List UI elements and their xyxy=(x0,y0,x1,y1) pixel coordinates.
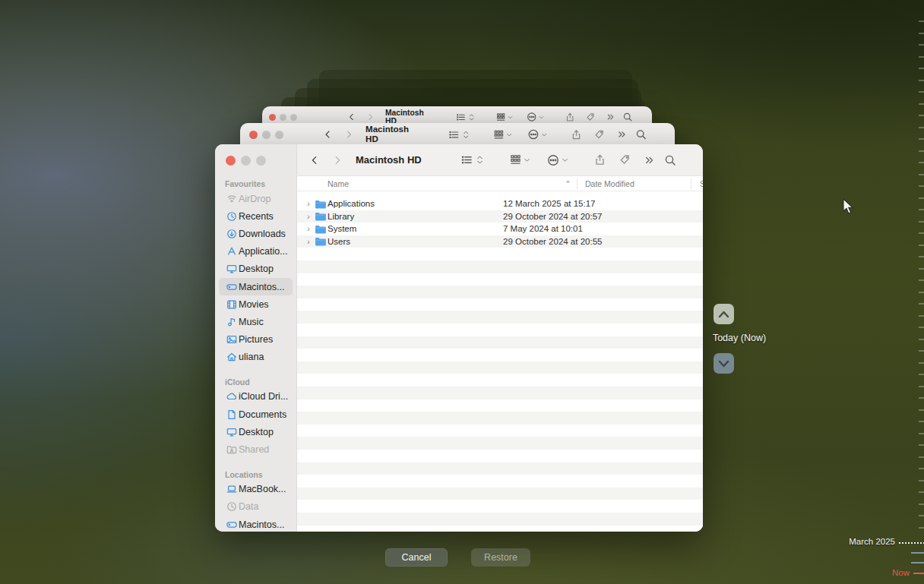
sidebar-item-movies[interactable]: Movies xyxy=(219,295,293,313)
sidebar-item-desktop[interactable]: Desktop xyxy=(219,423,293,440)
timeline-tick[interactable] xyxy=(919,374,924,375)
timeline-tick[interactable] xyxy=(919,245,924,246)
share-icon[interactable] xyxy=(571,129,582,140)
file-row-applications[interactable]: ›Applications12 March 2025 at 15:17--Fol… xyxy=(297,197,703,210)
more-options-icon[interactable] xyxy=(547,154,559,166)
timeline-tick[interactable] xyxy=(919,33,924,34)
toolbar-overflow-icon[interactable] xyxy=(644,155,655,166)
list-view-icon[interactable] xyxy=(461,154,473,166)
timeline-tick[interactable] xyxy=(919,292,924,293)
timeline-tick[interactable] xyxy=(919,21,924,22)
sidebar-item-documents[interactable]: Documents xyxy=(219,406,293,423)
timeline-tick[interactable] xyxy=(911,562,924,563)
list-view-icon[interactable] xyxy=(456,112,465,122)
close-button[interactable] xyxy=(269,114,276,121)
finder-window-front[interactable]: FavouritesAirDropRecentsDownloadsApplica… xyxy=(215,144,703,532)
column-divider[interactable] xyxy=(691,178,691,189)
sort-control-icon[interactable] xyxy=(468,112,475,122)
share-icon[interactable] xyxy=(594,154,606,166)
timeline-tick[interactable] xyxy=(919,515,924,516)
timeline-tick[interactable] xyxy=(919,480,924,481)
close-button[interactable] xyxy=(249,131,258,139)
share-icon[interactable] xyxy=(565,112,574,122)
sidebar-item-pictures[interactable]: Pictures xyxy=(219,331,293,349)
toolbar-overflow-icon[interactable] xyxy=(606,112,615,121)
group-view-icon[interactable] xyxy=(493,129,504,140)
timeline-tick[interactable] xyxy=(919,209,924,210)
cancel-button[interactable]: Cancel xyxy=(385,548,448,567)
more-options-icon[interactable] xyxy=(527,112,536,122)
search-icon[interactable] xyxy=(635,129,647,140)
timeline-tick[interactable] xyxy=(919,268,924,270)
column-divider[interactable] xyxy=(577,178,578,189)
search-icon[interactable] xyxy=(622,112,632,122)
timeline-tick[interactable] xyxy=(919,80,924,81)
tag-icon[interactable] xyxy=(594,129,605,140)
timeline-tick[interactable] xyxy=(919,197,924,199)
sort-control-icon[interactable] xyxy=(476,154,484,166)
chevron-down-icon[interactable] xyxy=(508,114,513,119)
minimize-button[interactable] xyxy=(280,114,286,121)
tag-icon[interactable] xyxy=(619,154,631,166)
timeline-tick[interactable] xyxy=(919,150,924,152)
file-row-system[interactable]: ›System7 May 2024 at 10:01--Folder xyxy=(297,223,703,235)
group-view-icon[interactable] xyxy=(496,112,505,122)
timeline-tick[interactable] xyxy=(919,115,924,116)
sidebar-item-desktop[interactable]: Desktop xyxy=(219,260,293,278)
timeline-tick[interactable] xyxy=(919,350,924,352)
timeline-tick[interactable] xyxy=(919,527,924,529)
sidebar-item-music[interactable]: Music xyxy=(219,313,293,330)
timeline-tick[interactable] xyxy=(919,221,924,223)
chevron-down-icon[interactable] xyxy=(539,114,544,119)
timeline-tick[interactable] xyxy=(919,327,924,328)
forward-button[interactable] xyxy=(344,130,354,140)
close-button[interactable] xyxy=(226,156,236,166)
list-view-icon[interactable] xyxy=(449,129,460,140)
chevron-down-icon[interactable] xyxy=(506,131,512,137)
column-header-size[interactable]: Size xyxy=(700,176,703,191)
minimize-button[interactable] xyxy=(262,131,271,139)
timeline-tick-now[interactable] xyxy=(913,573,924,574)
timeline-tick[interactable] xyxy=(919,386,924,387)
timeline-tick[interactable] xyxy=(919,279,924,281)
zoom-button[interactable] xyxy=(275,131,283,139)
timeline-tick[interactable] xyxy=(911,552,924,554)
chevron-down-icon[interactable] xyxy=(562,156,568,163)
forward-button[interactable] xyxy=(332,155,343,166)
timeline-tick[interactable] xyxy=(919,232,924,234)
file-row-library[interactable]: ›Library29 October 2024 at 20:57--Folder xyxy=(297,210,703,223)
timeline-tick[interactable] xyxy=(919,162,924,163)
timeline-tick[interactable] xyxy=(919,444,924,446)
timeline-tick[interactable] xyxy=(919,421,924,422)
sidebar-item-applicatio[interactable]: Applicatio... xyxy=(219,243,293,260)
disclosure-triangle-icon[interactable]: › xyxy=(307,199,310,208)
timeline-tick[interactable] xyxy=(919,185,924,187)
timeline-tick[interactable] xyxy=(919,433,924,434)
timeline-tick[interactable] xyxy=(919,91,924,93)
timeline-tick[interactable] xyxy=(919,103,924,105)
search-icon[interactable] xyxy=(664,154,676,166)
sidebar-item-macbook[interactable]: MacBook... xyxy=(219,481,293,498)
timeline-back-button[interactable] xyxy=(714,304,734,324)
zoom-button[interactable] xyxy=(256,156,266,166)
restore-button[interactable]: Restore xyxy=(471,548,530,567)
timeline-tick[interactable] xyxy=(919,456,924,458)
timeline-forward-button[interactable] xyxy=(714,353,734,374)
disclosure-triangle-icon[interactable]: › xyxy=(307,224,310,233)
timeline-tick[interactable] xyxy=(919,174,924,175)
sidebar-item-data[interactable]: Data xyxy=(219,498,293,516)
chevron-down-icon[interactable] xyxy=(541,131,547,137)
timeline-tick[interactable] xyxy=(919,397,924,399)
file-row-users[interactable]: ›Users29 October 2024 at 20:55--Folder xyxy=(297,235,703,248)
timeline-tick[interactable] xyxy=(919,468,924,469)
timeline-tick[interactable] xyxy=(919,44,924,46)
timeline-tick[interactable] xyxy=(919,504,924,505)
timeline-tick[interactable] xyxy=(919,315,924,317)
sidebar-item-macintos[interactable]: Macintos... xyxy=(219,516,293,532)
tag-icon[interactable] xyxy=(586,112,595,122)
zoom-button[interactable] xyxy=(290,114,297,121)
timeline-tick-march[interactable] xyxy=(899,542,924,544)
column-header-name[interactable]: Name xyxy=(328,176,349,191)
disclosure-triangle-icon[interactable]: › xyxy=(307,237,310,246)
sidebar-item-macintos[interactable]: Macintos... xyxy=(219,278,293,295)
